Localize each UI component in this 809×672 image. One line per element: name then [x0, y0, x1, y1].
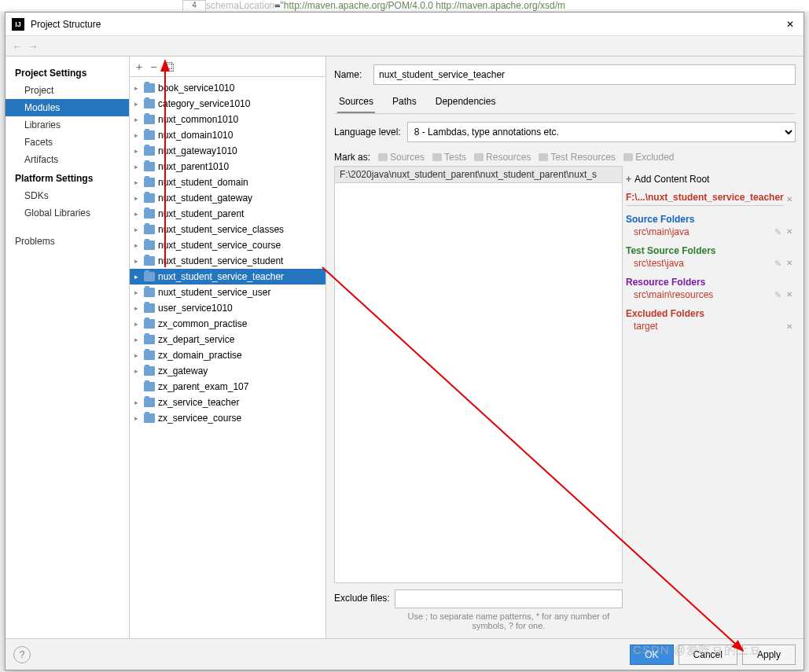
- expand-icon[interactable]: ▸: [134, 257, 144, 265]
- help-icon[interactable]: ?: [13, 646, 31, 663]
- module-node[interactable]: ▸nuxt_student_domain: [130, 174, 325, 190]
- module-node[interactable]: ▸nuxt_student_service_classes: [130, 222, 325, 237]
- expand-icon[interactable]: ▸: [134, 194, 144, 202]
- excluded-folder-entry[interactable]: target✕: [626, 320, 792, 336]
- expand-icon[interactable]: ▸: [134, 414, 144, 422]
- content-root-path[interactable]: F:\2020java\nuxt_student_parent\nuxt_stu…: [334, 166, 623, 183]
- module-node[interactable]: ▸nuxt_common1010: [130, 112, 325, 127]
- remove-root-icon[interactable]: ✕: [786, 195, 792, 204]
- expand-icon[interactable]: ▸: [134, 100, 144, 108]
- expand-icon[interactable]: ▸: [134, 288, 144, 296]
- expand-icon[interactable]: ▸: [134, 116, 144, 123]
- sidebar-item-artifacts[interactable]: Artifacts: [6, 151, 129, 168]
- module-node[interactable]: ▸user_service1010: [130, 300, 325, 316]
- expand-icon[interactable]: ▸: [134, 398, 144, 406]
- copy-module-icon[interactable]: ⿻: [164, 61, 175, 73]
- sidebar-item-problems[interactable]: Problems: [6, 233, 129, 250]
- expand-icon[interactable]: ▸: [134, 178, 144, 186]
- apply-button[interactable]: Apply: [742, 644, 796, 665]
- expand-icon[interactable]: ▸: [134, 226, 144, 233]
- sidebar-item-libraries[interactable]: Libraries: [6, 116, 129, 134]
- exclude-files-input[interactable]: [395, 589, 623, 608]
- remove-icon[interactable]: ✕: [786, 227, 792, 237]
- remove-icon[interactable]: ✕: [786, 322, 792, 331]
- module-node[interactable]: ▸zx_servicee_course: [130, 410, 325, 426]
- sidebar-item-modules[interactable]: Modules: [6, 99, 129, 116]
- cancel-button[interactable]: Cancel: [678, 644, 737, 665]
- expand-icon[interactable]: ▸: [134, 241, 144, 249]
- expand-icon[interactable]: ▸: [134, 147, 144, 155]
- sidebar-item-facets[interactable]: Facets: [6, 134, 129, 151]
- expand-icon[interactable]: ▸: [134, 131, 144, 139]
- modules-tree[interactable]: ▸book_service1010▸category_service1010▸n…: [130, 77, 325, 638]
- resource-folder-entry[interactable]: src\main\resources✎✕: [626, 288, 792, 305]
- sidebar-item-project[interactable]: Project: [6, 82, 129, 99]
- resource-folders-title: Resource Folders: [626, 274, 792, 288]
- module-label: user_service1010: [158, 303, 233, 314]
- module-node[interactable]: ▸nuxt_student_gateway: [130, 190, 325, 206]
- module-node[interactable]: ▸nuxt_student_service_course: [130, 237, 325, 253]
- back-icon[interactable]: ←: [12, 40, 23, 53]
- mark-tests[interactable]: Tests: [432, 152, 466, 163]
- remove-icon[interactable]: ✕: [786, 259, 792, 269]
- test-folder-entry[interactable]: src\test\java✎✕: [626, 257, 792, 274]
- mark-excluded[interactable]: Excluded: [623, 152, 674, 163]
- expand-icon[interactable]: ▸: [134, 210, 144, 218]
- module-node[interactable]: ▸zx_depart_service: [130, 332, 325, 347]
- dialog-footer: ? OK Cancel Apply: [6, 638, 803, 670]
- module-node[interactable]: ▸nuxt_student_service_user: [130, 285, 325, 300]
- module-node[interactable]: ▸book_service1010: [130, 80, 325, 96]
- content-root-entry[interactable]: F:\...\nuxt_student_service_teacher: [626, 189, 784, 206]
- sidebar-item-sdks[interactable]: SDKs: [6, 187, 129, 204]
- source-folders-title: Source Folders: [626, 211, 792, 226]
- add-module-icon[interactable]: +: [136, 61, 142, 73]
- module-node[interactable]: ▸nuxt_student_service_student: [130, 253, 325, 269]
- remove-module-icon[interactable]: −: [150, 61, 156, 73]
- module-label: zx_gateway: [158, 365, 208, 376]
- language-level-select[interactable]: 8 - Lambdas, type annotations etc.: [407, 122, 796, 142]
- module-node[interactable]: ▸nuxt_gateway1010: [130, 143, 325, 159]
- module-node[interactable]: ▸nuxt_domain1010: [130, 127, 325, 143]
- module-node[interactable]: ▸nuxt_student_parent: [130, 206, 325, 222]
- module-node[interactable]: ▸nuxt_parent1010: [130, 159, 325, 174]
- folder-icon: [144, 351, 155, 360]
- expand-icon[interactable]: ▸: [134, 351, 144, 359]
- expand-icon[interactable]: ▸: [134, 320, 144, 328]
- module-node[interactable]: ▸zx_gateway: [130, 363, 325, 379]
- module-node[interactable]: ▸zx_common_practise: [130, 316, 325, 332]
- expand-icon[interactable]: ▸: [134, 273, 144, 281]
- folder-icon: [144, 335, 155, 344]
- module-label: nuxt_student_service_student: [158, 255, 283, 266]
- close-icon[interactable]: ✕: [783, 19, 797, 30]
- source-folder-entry[interactable]: src\main\java✎✕: [626, 226, 792, 242]
- sidebar-item-global-libraries[interactable]: Global Libraries: [6, 204, 129, 222]
- edit-icon[interactable]: ✎: [774, 227, 781, 237]
- folder-icon: [144, 382, 155, 391]
- expand-icon[interactable]: ▸: [134, 163, 144, 171]
- add-content-root-button[interactable]: +Add Content Root: [626, 171, 792, 188]
- editor-tab-extra[interactable]: 4: [182, 0, 206, 11]
- expand-icon[interactable]: ▸: [134, 367, 144, 375]
- forward-icon[interactable]: →: [28, 40, 39, 53]
- module-node[interactable]: zx_parent_exam_107: [130, 379, 325, 395]
- tab-sources[interactable]: Sources: [337, 94, 375, 113]
- tab-paths[interactable]: Paths: [391, 94, 418, 113]
- module-name-input[interactable]: [373, 64, 796, 85]
- edit-icon[interactable]: ✎: [774, 290, 781, 300]
- mark-as-label: Mark as:: [334, 152, 370, 163]
- module-node[interactable]: ▸zx_service_teacher: [130, 395, 325, 410]
- expand-icon[interactable]: ▸: [134, 336, 144, 343]
- expand-icon[interactable]: ▸: [134, 84, 144, 92]
- mark-test-resources[interactable]: Test Resources: [539, 152, 616, 163]
- remove-icon[interactable]: ✕: [786, 290, 792, 300]
- folder-tree-canvas[interactable]: [334, 183, 623, 583]
- ok-button[interactable]: OK: [630, 644, 673, 665]
- tab-dependencies[interactable]: Dependencies: [434, 94, 498, 113]
- module-node[interactable]: ▸category_service1010: [130, 96, 325, 112]
- mark-sources[interactable]: Sources: [378, 152, 425, 163]
- edit-icon[interactable]: ✎: [774, 259, 781, 269]
- module-node[interactable]: ▸nuxt_student_service_teacher: [130, 269, 325, 285]
- module-node[interactable]: ▸zx_domain_practise: [130, 347, 325, 363]
- mark-resources[interactable]: Resources: [474, 152, 531, 163]
- expand-icon[interactable]: ▸: [134, 304, 144, 312]
